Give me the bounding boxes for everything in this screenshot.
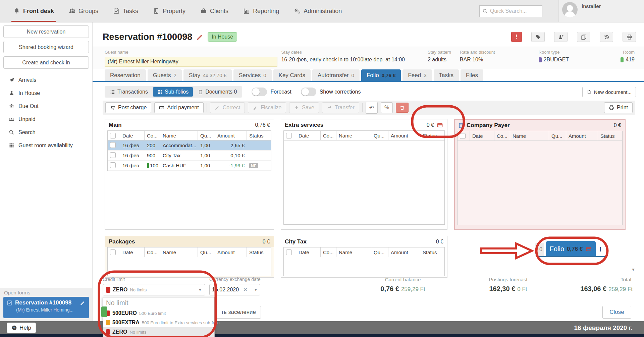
username: installer [582,2,601,20]
table-header: DateCo...NameQu...AmountStatus [284,247,444,257]
currency-date-input[interactable] [212,287,241,293]
nav-front-desk[interactable]: Front desk [13,0,54,22]
printer-icon [609,105,614,110]
copy-button[interactable] [577,32,590,42]
quick-search-input[interactable] [490,8,537,14]
nav-property[interactable]: Property [153,0,185,22]
open-forms-label: Open forms [0,288,92,297]
print-button[interactable]: Print [604,102,633,113]
shared-booking-wizard-button[interactable]: Shared booking wizard [3,41,89,53]
gear-icon [294,8,301,14]
nf-badge: NF [249,163,258,168]
tab-folio[interactable]: Folio0,76 € [361,69,401,81]
guest-name-label: Guest name [105,50,281,55]
add-guest-button[interactable] [554,32,568,42]
hidden-green-button-fragment[interactable] [101,306,107,317]
tab-feed[interactable]: Feed3 [402,69,432,81]
row-checkbox[interactable] [110,142,116,148]
trash-icon [399,105,405,110]
table-row[interactable]: 16 фев900City Tax1,000,10 € [108,151,271,161]
select-all-checkbox[interactable] [286,133,292,138]
discount-percent-button[interactable]: % [381,102,393,113]
panel-title: City Tax [285,238,307,245]
credit-card-icon[interactable] [436,122,443,128]
sidebar-item-arrivals[interactable]: Arrivals [0,73,92,87]
tab-guests[interactable]: Guests2 [148,69,182,81]
credit-option-500extra[interactable]: 500EXTRA 500 Euro limit to Extra service… [103,318,214,327]
tag-icon [535,34,541,40]
cart-icon [110,105,115,110]
alert-button[interactable]: ! [511,32,522,42]
view-sub-folios[interactable]: Sub-folios [153,87,193,97]
nav-reporting[interactable]: Reporting [243,0,279,22]
separator [250,286,250,293]
tags-button[interactable] [531,32,545,42]
nav-tasks[interactable]: Tasks [113,0,138,22]
transfer-button[interactable]: Transfer [322,102,359,113]
sidebar-item-unpaid[interactable]: Unpaid [0,113,92,126]
nav-clients[interactable]: Clients [200,0,228,22]
tab-reservation[interactable]: Reservation [105,69,146,81]
help-button[interactable]: ? Help [7,323,36,333]
undo-button[interactable]: ↶ [366,102,378,114]
pen-icon [253,105,258,110]
save-button[interactable]: Save [289,102,319,113]
select-all-checkbox[interactable] [286,249,292,255]
select-all-checkbox[interactable] [110,249,116,255]
correct-button[interactable]: Correct [210,102,245,113]
post-charge-button[interactable]: Post charge [105,102,151,113]
tab-key-cards[interactable]: Key Cards [273,69,311,81]
select-all-checkbox[interactable] [110,133,116,138]
status-badge: In House [208,32,237,42]
forecast-toggle[interactable] [252,88,267,96]
folio-footer: Credit limit ZERO No limits ▼ Currency e… [93,276,644,299]
clear-date-icon[interactable]: ✕ [243,287,248,293]
tab-autotransfer[interactable]: Autotransfer0 [312,69,360,81]
tab-stay[interactable]: Stay4x 32,70 € [183,69,232,81]
edit-title-pencil-icon[interactable] [196,33,204,41]
currency-date-picker[interactable]: ✕ ▼ [209,284,260,295]
sidebar-item-due-out[interactable]: Due Out [0,100,92,113]
panel-total: 0 € [427,122,434,128]
guest-name-input[interactable] [105,57,277,67]
view-documents[interactable]: Documents 0 [194,87,241,97]
sub-folio-extra-services: Extra services 0 € DateCo...NameQu...Amo… [281,119,447,230]
delete-button[interactable] [396,103,409,113]
tab-services[interactable]: Services0 [233,69,272,81]
credit-limit-select[interactable]: ZERO No limits ▼ [103,284,205,295]
close-button[interactable]: Close [602,306,631,319]
new-document-button[interactable]: New document... [582,87,636,97]
table-row[interactable]: 16 фев100Cash HUF1,00-1,99 €NF [108,161,271,171]
table-row[interactable]: 16 фев200Accommodat...1,002,65 € [108,141,271,151]
credit-option-zero[interactable]: ZERO No limits [103,327,214,337]
nav-groups[interactable]: Groups [69,0,98,22]
print-header-button[interactable] [623,32,636,42]
fiscalize-button[interactable]: Fiscalize [248,102,286,113]
tab-tasks[interactable]: Tasks [434,69,459,81]
sidebar-item-search[interactable]: Search [0,126,92,139]
credit-option-500euro[interactable]: 500EURO 500 Euro limit [103,308,214,318]
option-color-marker [106,329,110,335]
row-checkbox[interactable] [110,162,116,168]
sidebar-item-in-house[interactable]: In House [0,87,92,100]
panel-title: Packages [109,238,135,245]
show-corrections-toggle[interactable] [301,88,316,96]
row-checkbox[interactable] [110,152,116,158]
document-icon [587,90,591,94]
cancel-check-in-button-partial[interactable]: ть заселение [210,306,261,319]
folio-tab-magnified[interactable]: Folio 0,76 € [546,241,596,257]
new-reservation-button[interactable]: New reservation [3,25,89,38]
tab-files[interactable]: Files [461,69,483,81]
sidebar-item-guest-room-availability[interactable]: Guest room availability [0,139,92,152]
select-all-checkbox[interactable] [460,133,466,139]
chevron-down-icon[interactable]: ▼ [254,288,258,292]
user-menu[interactable]: installer [558,0,644,22]
history-button[interactable] [600,32,613,42]
add-payment-button[interactable]: Add payment [154,102,203,113]
scroll-down-arrow[interactable]: ▼ [631,267,635,272]
open-form-card[interactable]: Reservation #100098 (Mr) Ernest Miller H… [3,297,89,318]
create-and-check-in-button[interactable]: Create and check in [3,56,89,69]
nav-administration[interactable]: Administration [294,0,342,22]
credit-option-no-limit[interactable]: No limit [103,297,214,308]
view-transactions[interactable]: Transactions [106,87,152,97]
